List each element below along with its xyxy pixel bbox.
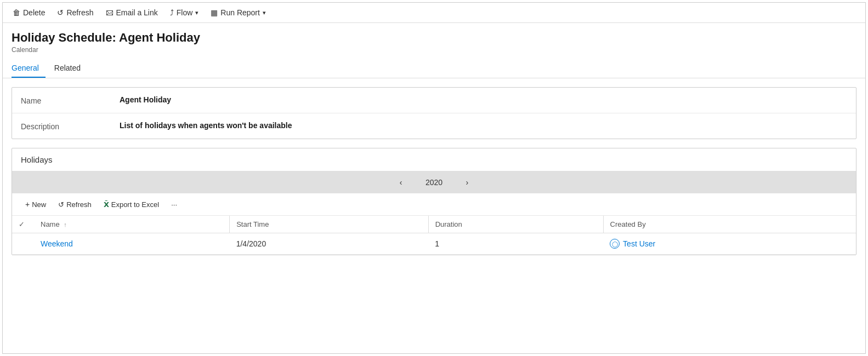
run-report-button[interactable]: ▦ Run Report ▾	[206, 6, 270, 19]
row-start-time: 1/4/2020	[230, 233, 428, 255]
col-start-time-label: Start Time	[236, 220, 269, 228]
flow-chevron-icon: ▾	[195, 9, 198, 16]
holiday-link[interactable]: Weekend	[41, 239, 73, 248]
name-row: Name Agent Holiday	[12, 88, 856, 113]
name-label: Name	[21, 95, 120, 105]
holidays-toolbar: + New ↺ Refresh X̄ Export to Excel ···	[12, 193, 856, 216]
holidays-refresh-button[interactable]: ↺ Refresh	[54, 198, 96, 211]
check-header-icon: ✓	[19, 220, 25, 228]
tab-general[interactable]: General	[12, 59, 46, 78]
email-label: Email a Link	[116, 8, 158, 17]
page-subtitle: Calendar	[12, 46, 856, 54]
col-duration-label: Duration	[435, 220, 462, 228]
form-section: Name Agent Holiday Description List of h…	[12, 87, 856, 139]
tabs: General Related	[3, 59, 865, 78]
description-value: List of holidays when agents won't be av…	[120, 121, 292, 130]
export-to-excel-button[interactable]: X̄ Export to Excel	[99, 198, 163, 211]
col-duration: Duration	[428, 216, 603, 233]
flow-button[interactable]: ⤴ Flow ▾	[166, 6, 203, 19]
col-name-label: Name	[41, 220, 60, 228]
email-icon: 🖂	[106, 9, 114, 16]
page-header: Holiday Schedule: Agent Holiday Calendar	[3, 23, 865, 59]
year-next-button[interactable]: ›	[462, 177, 473, 188]
col-created-by-label: Created By	[610, 220, 646, 228]
new-button[interactable]: + New	[21, 198, 50, 211]
year-nav: ‹ 2020 ›	[12, 171, 856, 193]
name-sort-icon[interactable]: ↑	[64, 221, 67, 228]
holidays-title: Holidays	[21, 155, 53, 164]
delete-button[interactable]: 🗑 Delete	[8, 6, 49, 19]
refresh-label: Refresh	[66, 8, 93, 17]
row-duration: 1	[428, 233, 603, 255]
delete-label: Delete	[23, 8, 45, 17]
flow-label: Flow	[177, 8, 193, 17]
row-created-by: ◯ Test User	[603, 233, 856, 255]
description-row: Description List of holidays when agents…	[12, 113, 856, 139]
email-link-button[interactable]: 🖂 Email a Link	[101, 6, 162, 19]
table-row: Weekend 1/4/2020 1 ◯ Test User	[12, 233, 856, 255]
export-label: Export to Excel	[111, 200, 159, 209]
more-icon: ···	[171, 200, 177, 209]
name-value: Agent Holiday	[120, 95, 171, 104]
col-created-by: Created By	[603, 216, 856, 233]
main-toolbar: 🗑 Delete ↺ Refresh 🖂 Email a Link ⤴ Flow…	[3, 3, 865, 23]
run-report-label: Run Report	[220, 8, 260, 17]
run-report-icon: ▦	[211, 9, 218, 16]
created-by-link[interactable]: Test User	[623, 239, 655, 248]
holidays-header: Holidays	[12, 148, 856, 171]
new-label: New	[32, 200, 46, 209]
col-name: Name ↑	[34, 216, 230, 233]
more-options-button[interactable]: ···	[167, 198, 181, 211]
col-start-time: Start Time	[230, 216, 428, 233]
run-report-chevron-icon: ▾	[263, 9, 266, 16]
user-icon: ◯	[610, 239, 620, 249]
refresh-button[interactable]: ↺ Refresh	[53, 6, 98, 19]
page-title: Holiday Schedule: Agent Holiday	[12, 31, 856, 45]
export-icon: X̄	[104, 200, 109, 209]
row-check	[12, 233, 34, 255]
year-prev-button[interactable]: ‹	[395, 177, 407, 188]
holidays-table: ✓ Name ↑ Start Time Duration	[12, 216, 856, 255]
col-check: ✓	[12, 216, 34, 233]
table-header-row: ✓ Name ↑ Start Time Duration	[12, 216, 856, 233]
flow-icon: ⤴	[170, 9, 174, 16]
description-label: Description	[21, 121, 120, 131]
holidays-refresh-label: Refresh	[66, 200, 92, 209]
holidays-section: Holidays ‹ 2020 › + New ↺ Refresh X̄	[12, 148, 856, 255]
new-icon: +	[25, 200, 30, 209]
refresh-icon: ↺	[57, 9, 64, 16]
year-display: 2020	[418, 178, 451, 187]
row-name[interactable]: Weekend	[34, 233, 230, 255]
holidays-refresh-icon: ↺	[58, 200, 64, 209]
tab-related[interactable]: Related	[54, 59, 87, 78]
delete-icon: 🗑	[13, 9, 20, 16]
main-content: Name Agent Holiday Description List of h…	[3, 78, 865, 353]
